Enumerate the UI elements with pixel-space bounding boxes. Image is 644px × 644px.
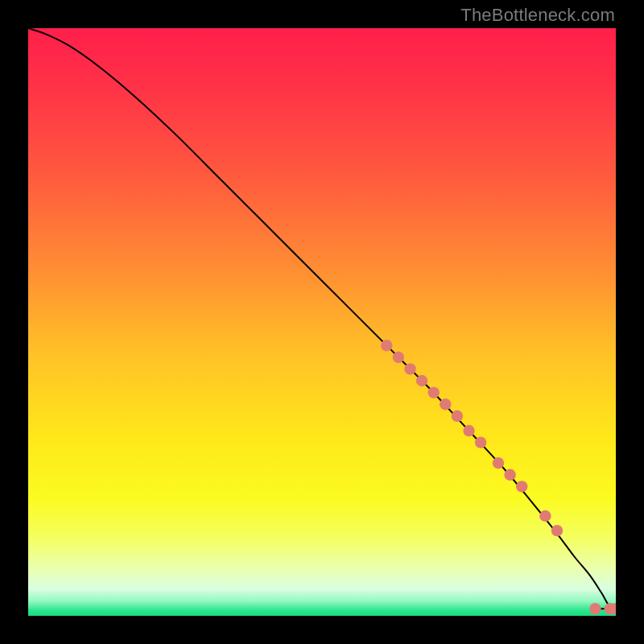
data-marker: [428, 386, 440, 398]
data-marker: [393, 352, 404, 363]
data-marker: [551, 525, 563, 536]
data-marker: [404, 363, 415, 374]
data-marker: [493, 457, 504, 469]
data-marker: [475, 436, 486, 448]
plot-area: [28, 28, 616, 616]
data-marker: [463, 425, 474, 436]
data-marker: [416, 375, 427, 386]
data-marker: [504, 469, 515, 481]
data-marker: [589, 603, 601, 614]
data-marker: [381, 340, 392, 351]
data-marker: [452, 411, 463, 422]
data-marker: [539, 510, 551, 522]
attribution-label: TheBottleneck.com: [460, 5, 615, 26]
data-marker: [516, 481, 527, 492]
gradient-background: [28, 28, 616, 616]
chart-canvas: [28, 28, 616, 616]
data-marker: [440, 398, 451, 410]
chart-frame: TheBottleneck.com: [0, 0, 644, 644]
